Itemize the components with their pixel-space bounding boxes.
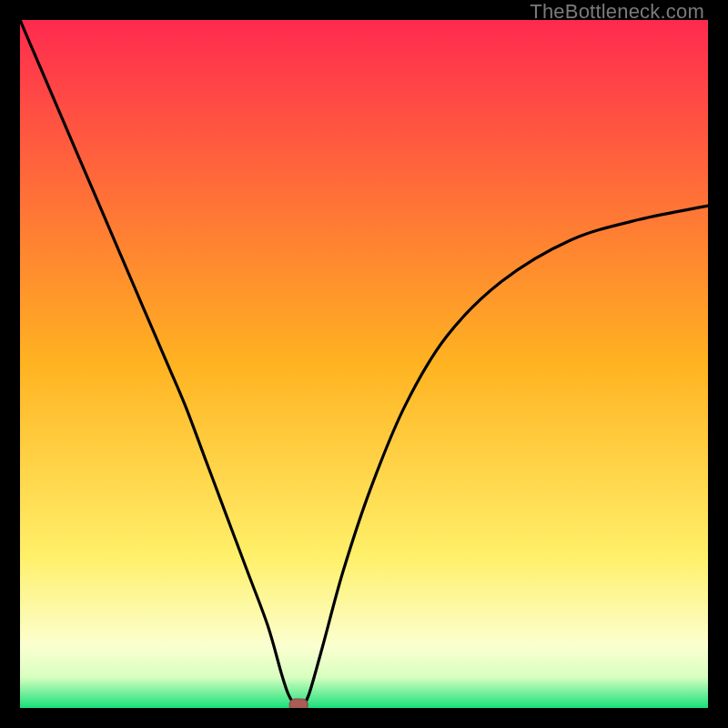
chart-frame	[20, 20, 708, 708]
gradient-background	[20, 20, 708, 708]
optimal-marker	[289, 699, 308, 708]
bottleneck-plot	[20, 20, 708, 708]
watermark-text: TheBottleneck.com	[530, 0, 704, 24]
